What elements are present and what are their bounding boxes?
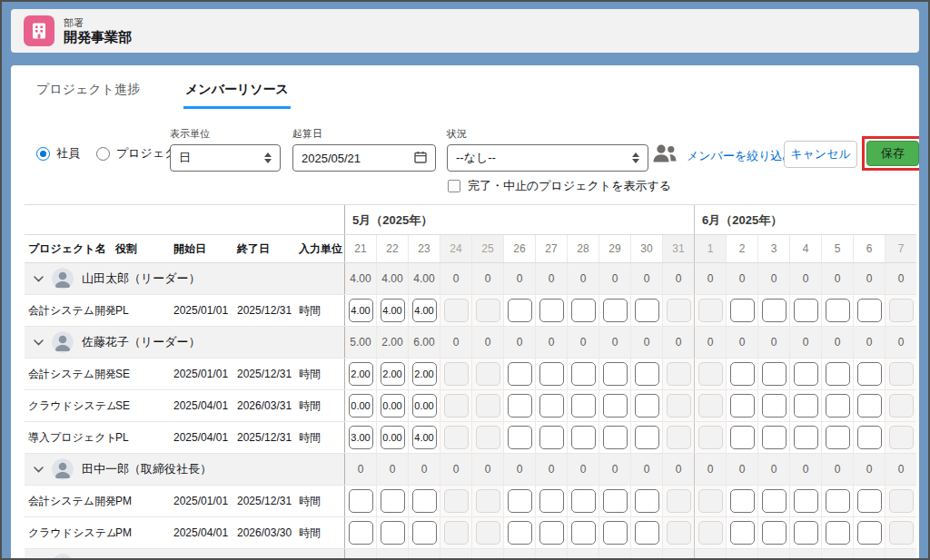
hours-input[interactable] [794, 521, 818, 545]
hours-input[interactable] [826, 362, 850, 386]
hours-input[interactable] [730, 489, 755, 513]
chevron-down-icon[interactable] [34, 339, 44, 346]
hours-input[interactable] [794, 394, 818, 418]
chevron-down-icon[interactable] [34, 276, 44, 282]
hours-input[interactable] [603, 521, 628, 545]
hours-input[interactable] [508, 426, 532, 449]
chevron-down-icon[interactable] [34, 467, 44, 473]
cancel-button[interactable]: キャンセル [784, 141, 857, 168]
show-completed-checkbox[interactable] [448, 180, 460, 192]
hours-input[interactable] [603, 362, 628, 386]
hours-input[interactable] [571, 394, 596, 418]
hours-input[interactable] [539, 299, 564, 322]
hours-input[interactable] [857, 521, 882, 545]
hours-input[interactable] [762, 489, 787, 513]
hours-input[interactable] [826, 299, 850, 322]
hours-input[interactable] [730, 426, 755, 449]
hours-input[interactable] [571, 521, 596, 545]
hours-input[interactable]: 4.00 [412, 299, 437, 322]
hours-input[interactable] [571, 299, 596, 322]
status-select[interactable]: --なし-- [447, 144, 648, 172]
hours-input[interactable]: 2.00 [412, 362, 437, 386]
hours-input[interactable] [571, 362, 596, 386]
hours-input[interactable] [635, 362, 659, 386]
hours-input[interactable] [730, 362, 755, 386]
hours-input[interactable] [762, 426, 787, 449]
hours-input[interactable] [635, 394, 659, 418]
hours-input[interactable] [571, 489, 596, 513]
hours-input[interactable] [349, 489, 373, 513]
hours-input[interactable]: 0.00 [381, 426, 405, 449]
select-spinner-icon[interactable] [632, 152, 639, 163]
hours-input[interactable] [730, 299, 755, 322]
radio-option-employee[interactable]: 社員 [36, 145, 80, 162]
hours-input[interactable] [508, 362, 532, 386]
member-row: 佐藤花子（リーダー）5.002.006.00000000000000000 [25, 327, 916, 359]
hours-input[interactable] [508, 299, 532, 322]
hours-input[interactable]: 2.00 [349, 362, 373, 386]
hours-input[interactable] [412, 521, 437, 545]
hours-input[interactable] [762, 299, 787, 322]
radio-project[interactable] [96, 147, 110, 161]
hours-input[interactable] [539, 426, 564, 449]
hours-input[interactable]: 4.00 [349, 299, 373, 322]
tab-project-progress[interactable]: プロジェクト進捗 [35, 82, 142, 109]
hours-input[interactable] [794, 299, 818, 322]
hours-input[interactable] [857, 362, 882, 386]
hours-input[interactable] [857, 299, 882, 322]
hours-input[interactable] [571, 426, 596, 449]
hours-input[interactable] [603, 299, 628, 322]
hours-input[interactable] [508, 489, 532, 513]
hours-input[interactable] [412, 489, 437, 513]
save-button[interactable]: 保存 [866, 141, 919, 166]
hours-input[interactable] [539, 362, 564, 386]
start-date-input[interactable]: 2025/05/21 [292, 144, 436, 172]
hours-input[interactable] [539, 394, 564, 418]
hours-input[interactable] [826, 426, 850, 449]
hours-input[interactable] [349, 521, 373, 545]
filter-members-link[interactable]: メンバーを絞り込み [687, 148, 795, 164]
hours-input[interactable] [635, 299, 659, 322]
hours-input[interactable] [635, 426, 659, 449]
hours-input[interactable] [730, 394, 755, 418]
hours-input[interactable]: 0.00 [349, 394, 373, 418]
hours-input[interactable] [826, 521, 850, 545]
hours-input[interactable] [603, 489, 628, 513]
view-mode-radio-group: 社員 プロジェクト [36, 145, 189, 162]
hours-input[interactable] [539, 521, 564, 545]
hours-input[interactable] [381, 489, 405, 513]
hours-input[interactable] [508, 394, 532, 418]
hours-input[interactable] [857, 426, 882, 449]
display-unit-select[interactable]: 日 [170, 144, 281, 172]
hours-input[interactable] [857, 394, 882, 418]
hours-input[interactable] [762, 362, 787, 386]
hours-input[interactable]: 4.00 [381, 299, 405, 322]
hours-input[interactable]: 3.00 [349, 426, 373, 449]
radio-employee[interactable] [36, 147, 50, 161]
hours-input[interactable] [794, 362, 818, 386]
hours-input[interactable] [635, 489, 659, 513]
hours-input[interactable] [794, 426, 818, 449]
hours-input[interactable] [635, 521, 659, 545]
hours-input[interactable] [603, 394, 628, 418]
hours-input[interactable] [794, 489, 818, 513]
hours-input[interactable]: 0.00 [412, 394, 437, 418]
day-cell [471, 359, 503, 389]
hours-input[interactable] [381, 521, 405, 545]
hours-input[interactable] [826, 394, 850, 418]
hours-input[interactable]: 2.00 [381, 362, 405, 386]
hours-input[interactable] [603, 426, 628, 449]
hours-input[interactable] [762, 394, 787, 418]
hours-input[interactable] [730, 521, 755, 545]
hours-input[interactable] [826, 489, 850, 513]
hours-input[interactable] [539, 489, 564, 513]
tab-member-resources[interactable]: メンバーリソース [183, 82, 291, 109]
hours-input[interactable]: 4.00 [412, 426, 437, 449]
hours-input[interactable] [857, 489, 882, 513]
select-spinner-icon[interactable] [264, 152, 272, 163]
calendar-icon[interactable] [414, 151, 427, 166]
hours-input[interactable]: 0.00 [381, 394, 405, 418]
hours-input[interactable] [508, 521, 532, 545]
hours-input[interactable] [762, 521, 787, 545]
daily-total-cell [599, 549, 630, 558]
